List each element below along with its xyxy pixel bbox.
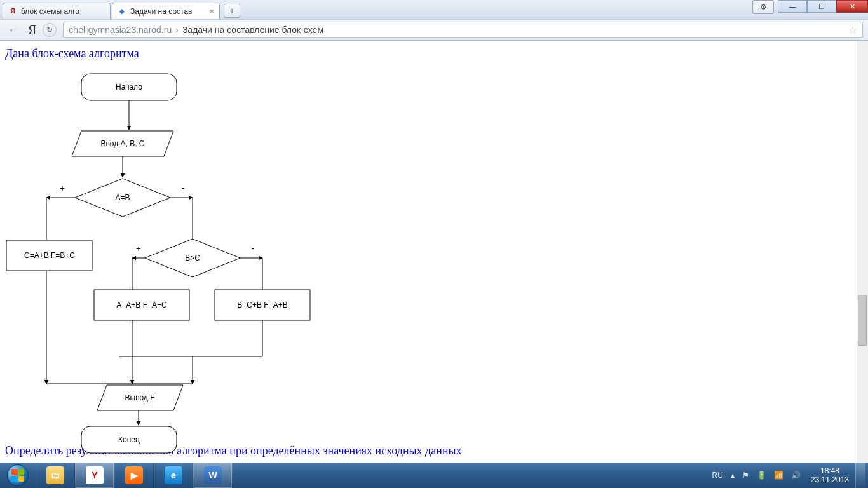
flow-box-left-label: C=A+B F=B+C [24, 251, 75, 260]
flowchart-diagram: Начало Ввод A, B, C A=B B>C C=A+B F=B+C … [5, 67, 336, 455]
yandex-icon: Y [86, 466, 104, 484]
cond2-minus: - [252, 243, 255, 254]
url-host: chel-gymnasia23.narod.ru [69, 25, 172, 35]
arrow-left-icon: ← [8, 24, 19, 37]
start-button[interactable] [0, 463, 36, 488]
tray-time: 18:48 [811, 466, 849, 475]
tray-clock[interactable]: 18:48 23.11.2013 [804, 466, 855, 484]
flow-cond2-label: B>C [185, 254, 200, 262]
new-tab-button[interactable]: + [224, 4, 240, 18]
reload-icon: ↻ [46, 25, 53, 34]
url-title: Задачи на составление блок-схем [182, 25, 323, 35]
battery-icon[interactable]: 🔋 [753, 471, 770, 480]
scrollbar-thumb[interactable] [858, 295, 867, 346]
tab-1-favicon: Я [8, 7, 17, 16]
task-media-player[interactable]: ▶ [114, 463, 154, 488]
window-close-button[interactable]: ✕ [836, 0, 868, 13]
maximize-icon: ☐ [818, 3, 825, 11]
settings-button[interactable]: ⚙ [752, 0, 774, 14]
word-icon: W [204, 466, 222, 484]
reload-button[interactable]: ↻ [43, 23, 57, 37]
ie-icon: e [165, 466, 182, 484]
close-window-icon: ✕ [850, 3, 855, 11]
tab-1-title: блок схемы алго [21, 7, 79, 16]
task-word[interactable]: W [193, 463, 233, 488]
minimize-icon: — [789, 3, 796, 10]
cond2-plus: + [136, 243, 141, 254]
close-icon[interactable]: × [205, 6, 214, 16]
flow-box-mid-label: A=A+B F=A+C [116, 301, 167, 309]
gear-icon: ⚙ [760, 3, 767, 11]
tab-strip: Я блок схемы алго ◆ Задачи на состав × +… [0, 0, 868, 19]
flow-start-label: Начало [116, 83, 142, 92]
back-button[interactable]: ← [5, 22, 22, 38]
task-yandex-browser[interactable]: Y [75, 463, 114, 488]
chevron-up-icon[interactable]: ▴ [727, 471, 738, 480]
flow-input-label: Ввод A, B, C [101, 139, 145, 148]
window-minimize-button[interactable]: — [778, 0, 807, 13]
cond1-plus: + [60, 183, 65, 193]
vertical-scrollbar[interactable] [857, 41, 868, 463]
yandex-logo[interactable]: Я [28, 23, 36, 37]
cond1-minus: - [182, 183, 185, 193]
flag-icon[interactable]: ⚑ [738, 471, 753, 480]
page-heading-1: Дана блок-схема алгоритма [5, 47, 863, 60]
breadcrumb-sep: › [172, 25, 182, 35]
url-input[interactable]: chel-gymnasia23.narod.ru › Задачи на сос… [63, 22, 863, 38]
task-ie[interactable]: e [154, 463, 193, 488]
flow-cond1-label: A=B [115, 193, 130, 202]
flow-box-right-label: B=C+B F=A+B [237, 301, 287, 309]
tray-language[interactable]: RU [709, 471, 727, 480]
address-bar: ← Я ↻ chel-gymnasia23.narod.ru › Задачи … [0, 19, 868, 41]
show-desktop-button[interactable] [855, 463, 865, 488]
media-player-icon: ▶ [125, 466, 143, 484]
folder-icon: 🗂 [46, 466, 64, 484]
system-tray: RU ▴ ⚑ 🔋 📶 🔊 18:48 23.11.2013 [709, 463, 868, 488]
tab-2-favicon: ◆ [118, 7, 126, 16]
network-icon[interactable]: 📶 [770, 471, 787, 480]
bookmark-star-icon[interactable]: ☆ [848, 24, 857, 36]
tab-1[interactable]: Я блок схемы алго [3, 3, 111, 19]
taskbar: 🗂 Y ▶ e W RU ▴ ⚑ 🔋 📶 🔊 18:48 23.11.2013 [0, 463, 868, 488]
page-viewport: Дана блок-схема алгоритма Определить рез… [0, 41, 868, 463]
flow-end-label: Конец [118, 435, 140, 444]
volume-icon[interactable]: 🔊 [787, 471, 804, 480]
tab-2-title: Задачи на состав [130, 7, 192, 16]
windows-logo-icon [7, 464, 29, 486]
tray-date: 23.11.2013 [811, 475, 849, 484]
flow-output-label: Вывод F [125, 393, 155, 402]
window-maximize-button[interactable]: ☐ [807, 0, 836, 13]
task-explorer[interactable]: 🗂 [36, 463, 75, 488]
tab-2[interactable]: ◆ Задачи на состав × [112, 3, 220, 19]
